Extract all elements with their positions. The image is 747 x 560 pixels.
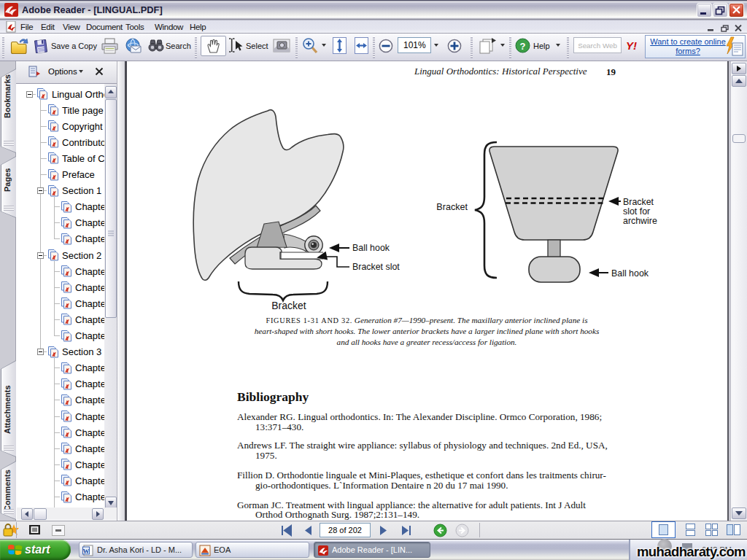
- svg-text:W: W: [83, 548, 90, 555]
- svg-text:?: ?: [520, 41, 526, 52]
